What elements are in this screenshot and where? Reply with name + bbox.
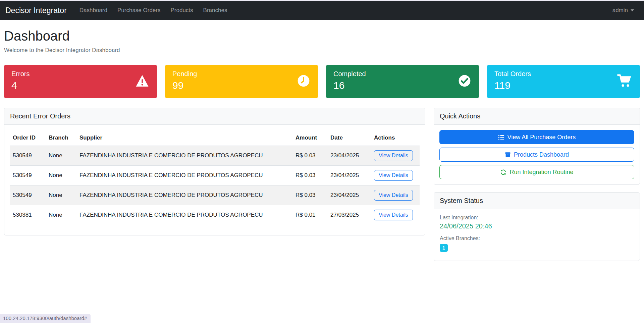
cell-amount: R$ 0.01 bbox=[292, 205, 327, 225]
browser-status-bar: 100.24.20.178:9300/auth/dashboard# bbox=[0, 314, 91, 323]
nav-item-products[interactable]: Products bbox=[170, 7, 193, 14]
cell-branch: None bbox=[46, 146, 76, 166]
page-subtitle: Welcome to the Decisor Integrator Dashbo… bbox=[4, 47, 640, 54]
cell-order-id: 530381 bbox=[10, 205, 46, 225]
stat-value: 16 bbox=[333, 80, 472, 91]
nav-item-dashboard[interactable]: Dashboard bbox=[79, 7, 107, 14]
active-branches-badge: 1 bbox=[440, 244, 448, 252]
table-row: 530549 None FAZENDINHA INDUSTRIA E COMER… bbox=[10, 146, 420, 166]
nav-item-branches[interactable]: Branches bbox=[203, 7, 227, 14]
cell-amount: R$ 0.03 bbox=[292, 185, 327, 205]
stat-value: 4 bbox=[11, 80, 150, 91]
last-integration-value: 24/06/2025 20:46 bbox=[440, 222, 634, 230]
quick-actions-title: Quick Actions bbox=[434, 108, 640, 125]
stat-value: 99 bbox=[172, 80, 311, 91]
caret-down-icon bbox=[631, 9, 634, 11]
stat-label: Pending bbox=[172, 70, 311, 78]
table-row: 530549 None FAZENDINHA INDUSTRIA E COMER… bbox=[10, 185, 420, 205]
cell-date: 23/04/2025 bbox=[327, 166, 371, 185]
button-label: Run Integration Routine bbox=[509, 169, 573, 176]
check-circle-icon bbox=[458, 74, 471, 89]
view-all-purchase-orders-button[interactable]: View All Purchase Orders bbox=[439, 130, 634, 144]
products-dashboard-button[interactable]: Products Dashboard bbox=[439, 148, 634, 162]
cell-supplier: FAZENDINHA INDUSTRIA E COMERCIO DE PRODU… bbox=[76, 205, 292, 225]
stat-card-total-orders[interactable]: Total Orders 119 bbox=[487, 65, 640, 98]
stat-value: 119 bbox=[494, 80, 633, 91]
cell-order-id: 530549 bbox=[10, 146, 46, 166]
dashboard-main: Dashboard Welcome to the Decisor Integra… bbox=[0, 29, 644, 261]
col-date: Date bbox=[327, 130, 371, 146]
top-navbar: Decisor Integrator Dashboard Purchase Or… bbox=[0, 1, 644, 20]
cell-supplier: FAZENDINHA INDUSTRIA E COMERCIO DE PRODU… bbox=[76, 146, 292, 166]
cell-supplier: FAZENDINHA INDUSTRIA E COMERCIO DE PRODU… bbox=[76, 185, 292, 205]
system-status-title: System Status bbox=[434, 193, 640, 209]
cell-date: 23/04/2025 bbox=[327, 185, 371, 205]
stat-cards-row: Errors 4 Pending 99 Completed 1 bbox=[4, 65, 640, 98]
panels-row: Recent Error Orders Order ID Branch Supp… bbox=[4, 108, 640, 261]
nav-item-purchase-orders[interactable]: Purchase Orders bbox=[117, 7, 161, 14]
clock-icon bbox=[297, 74, 310, 89]
cell-branch: None bbox=[46, 166, 76, 185]
cell-branch: None bbox=[46, 205, 76, 225]
col-branch: Branch bbox=[46, 130, 76, 146]
cell-amount: R$ 0.03 bbox=[292, 166, 327, 185]
cell-order-id: 530549 bbox=[10, 166, 46, 185]
system-status-panel: System Status Last Integration: 24/06/20… bbox=[434, 192, 640, 261]
view-details-button[interactable]: View Details bbox=[374, 150, 413, 161]
col-amount: Amount bbox=[292, 130, 327, 146]
quick-actions-panel: Quick Actions View All Purchase Orders bbox=[434, 108, 640, 185]
table-header-row: Order ID Branch Supplier Amount Date Act… bbox=[10, 130, 420, 146]
col-actions: Actions bbox=[371, 130, 420, 146]
page-title: Dashboard bbox=[4, 29, 640, 44]
view-details-button[interactable]: View Details bbox=[374, 170, 413, 181]
brand-link[interactable]: Decisor Integrator bbox=[5, 6, 67, 15]
box-icon bbox=[505, 152, 511, 158]
sync-icon bbox=[500, 169, 506, 175]
right-column: Quick Actions View All Purchase Orders bbox=[434, 108, 640, 261]
stat-card-pending[interactable]: Pending 99 bbox=[165, 65, 318, 98]
active-branches-label: Active Branches: bbox=[440, 235, 634, 241]
cell-branch: None bbox=[46, 185, 76, 205]
col-supplier: Supplier bbox=[76, 130, 292, 146]
table-row: 530381 None FAZENDINHA INDUSTRIA E COMER… bbox=[10, 205, 420, 225]
stat-card-completed[interactable]: Completed 16 bbox=[326, 65, 479, 98]
button-label: Products Dashboard bbox=[514, 151, 569, 158]
warning-icon bbox=[136, 75, 149, 88]
cart-icon bbox=[617, 74, 632, 89]
run-integration-routine-button[interactable]: Run Integration Routine bbox=[439, 165, 634, 179]
stat-label: Errors bbox=[11, 70, 150, 78]
table-row: 530549 None FAZENDINHA INDUSTRIA E COMER… bbox=[10, 166, 420, 185]
user-menu-label: admin bbox=[612, 7, 628, 14]
last-integration-label: Last Integration: bbox=[440, 215, 634, 221]
nav-links: Dashboard Purchase Orders Products Branc… bbox=[79, 7, 612, 14]
cell-amount: R$ 0.03 bbox=[292, 146, 327, 166]
stat-label: Total Orders bbox=[494, 70, 633, 78]
button-label: View All Purchase Orders bbox=[507, 134, 576, 141]
view-details-button[interactable]: View Details bbox=[374, 190, 413, 201]
cell-date: 27/03/2025 bbox=[327, 205, 371, 225]
error-orders-table: Order ID Branch Supplier Amount Date Act… bbox=[10, 130, 420, 225]
col-order-id: Order ID bbox=[10, 130, 46, 146]
recent-error-orders-title: Recent Error Orders bbox=[4, 108, 425, 125]
stat-label: Completed bbox=[333, 70, 472, 78]
cell-supplier: FAZENDINHA INDUSTRIA E COMERCIO DE PRODU… bbox=[76, 166, 292, 185]
user-menu-dropdown[interactable]: admin bbox=[612, 7, 634, 14]
list-icon bbox=[498, 134, 504, 141]
cell-order-id: 530549 bbox=[10, 185, 46, 205]
stat-card-errors[interactable]: Errors 4 bbox=[4, 65, 157, 98]
cell-date: 23/04/2025 bbox=[327, 146, 371, 166]
view-details-button[interactable]: View Details bbox=[374, 210, 413, 220]
recent-error-orders-panel: Recent Error Orders Order ID Branch Supp… bbox=[4, 108, 425, 235]
